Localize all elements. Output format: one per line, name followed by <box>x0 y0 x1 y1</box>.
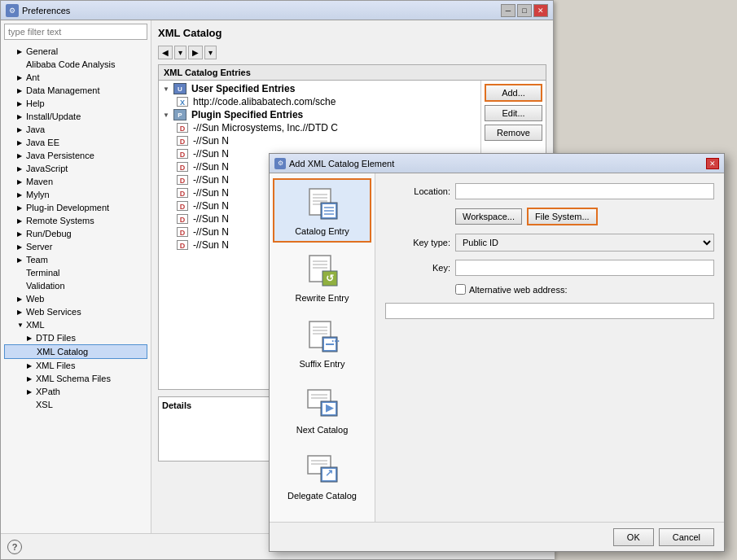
delegate-catalog-label: Delegate Catalog <box>287 491 357 501</box>
rewrite-entry-label: Rewrite Entry <box>295 293 349 303</box>
suffix-entry-svg: ... <box>305 319 340 355</box>
icon-item-delegate-catalog[interactable]: ↗ Delegate Catalog <box>273 444 371 506</box>
location-label: Location: <box>385 186 450 196</box>
svg-text:↺: ↺ <box>326 273 334 284</box>
key-type-select[interactable]: Public ID System ID URI <box>455 234 714 252</box>
key-label: Key: <box>385 263 450 273</box>
alt-web-input[interactable] <box>385 303 714 319</box>
rewrite-entry-icon-img: ↺ <box>303 252 342 291</box>
dialog-icon: ⚙ <box>274 158 286 169</box>
catalog-entry-icon-img <box>303 185 342 224</box>
alt-web-row: Alternative web address: <box>385 284 714 295</box>
add-xml-catalog-dialog: ⚙ Add XML Catalog Element ✕ <box>269 153 725 552</box>
delegate-catalog-icon-img: ↗ <box>303 449 342 488</box>
delegate-catalog-svg: ↗ <box>305 451 340 487</box>
svg-text:...: ... <box>331 333 340 344</box>
file-system-button[interactable]: File System... <box>527 208 598 225</box>
key-type-label: Key type: <box>385 238 450 247</box>
rewrite-entry-svg: ↺ <box>305 253 340 289</box>
key-input[interactable] <box>455 260 714 276</box>
dialog-body: Catalog Entry ↺ <box>270 173 724 522</box>
suffix-entry-label: Suffix Entry <box>299 359 344 369</box>
icon-panel: Catalog Entry ↺ <box>270 173 375 522</box>
dialog-overlay: ⚙ Add XML Catalog Element ✕ <box>0 0 737 560</box>
next-catalog-svg: ▶ <box>305 385 340 421</box>
svg-text:↗: ↗ <box>325 467 333 479</box>
dialog-title: Add XML Catalog Element <box>289 159 706 168</box>
icon-item-suffix-entry[interactable]: ... Suffix Entry <box>273 312 371 374</box>
dialog-bottom: OK Cancel <box>270 522 724 551</box>
icon-item-rewrite-entry[interactable]: ↺ Rewrite Entry <box>273 246 371 308</box>
icon-item-catalog-entry[interactable]: Catalog Entry <box>273 178 371 243</box>
next-catalog-icon-img: ▶ <box>303 383 342 422</box>
ok-button[interactable]: OK <box>613 528 654 546</box>
catalog-entry-label: Catalog Entry <box>295 226 349 236</box>
workspace-button[interactable]: Workspace... <box>455 208 522 225</box>
alt-web-label: Alternative web address: <box>469 285 567 295</box>
cancel-button[interactable]: Cancel <box>659 528 714 546</box>
location-input[interactable] <box>455 183 714 199</box>
suffix-entry-icon-img: ... <box>303 317 342 357</box>
location-buttons-row: Workspace... File System... <box>385 208 714 225</box>
dialog-close-button[interactable]: ✕ <box>706 158 719 169</box>
key-row: Key: <box>385 260 714 276</box>
icon-item-next-catalog[interactable]: ▶ Next Catalog <box>273 378 371 440</box>
form-panel: Location: Workspace... File System... Ke… <box>375 173 724 522</box>
key-type-row: Key type: Public ID System ID URI <box>385 234 714 252</box>
dialog-titlebar: ⚙ Add XML Catalog Element ✕ <box>270 154 724 173</box>
alt-web-checkbox[interactable] <box>455 284 466 295</box>
next-catalog-label: Next Catalog <box>296 425 349 435</box>
catalog-entry-svg <box>305 186 340 222</box>
location-row: Location: <box>385 183 714 199</box>
svg-text:▶: ▶ <box>325 402 333 413</box>
alt-web-input-row <box>385 303 714 319</box>
